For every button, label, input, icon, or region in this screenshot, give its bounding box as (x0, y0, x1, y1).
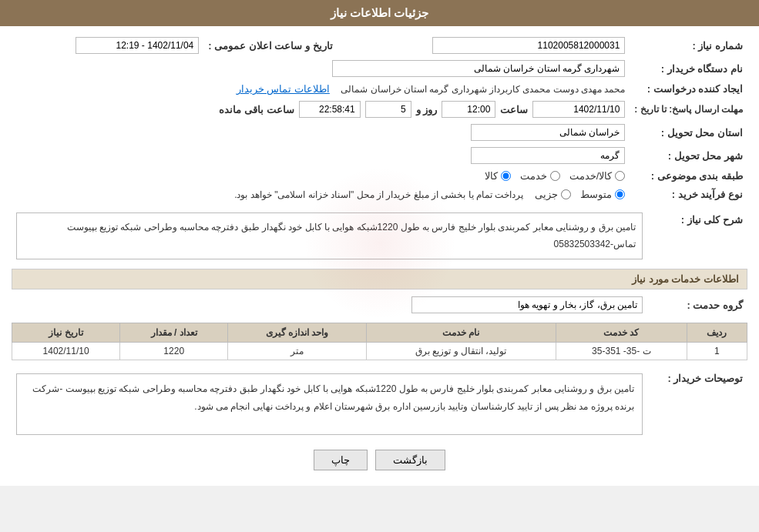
cell-name: تولید، انتقال و توزیع برق (366, 343, 556, 360)
deadline-label: مهلت ارسال پاسخ: تا تاریخ : (630, 98, 747, 121)
col-qty: تعداد / مقدار (120, 323, 228, 343)
process-row: متوسط جزیی پرداخت تمام یا بخشی از مبلغ خ… (12, 185, 630, 203)
buyer-org-input (332, 60, 625, 77)
need-number-input[interactable] (432, 37, 625, 54)
category-options: کالا/خدمت خدمت کالا (12, 167, 630, 185)
buyer-org-value (12, 57, 630, 80)
category-radio-kala-khedmat[interactable]: کالا/خدمت (569, 170, 626, 182)
creator-row: محمد مهدی دوست محمدی کاربرداز شهرداری گر… (12, 80, 630, 98)
col-unit: واحد اندازه گیری (228, 323, 366, 343)
buyer-desc-box: تامین برق و روشنایی معابر کمربندی بلوار … (16, 373, 643, 435)
announcement-label: تاریخ و ساعت اعلان عمومی : (203, 34, 337, 57)
table-row: 1 ت -35- 351-35 تولید، انتقال و توزیع بر… (12, 343, 747, 360)
cell-unit: متر (228, 343, 366, 360)
need-desc-content: تامین برق و روشنایی معابر کمربندی بلوار … (12, 209, 647, 263)
cell-code: ت -35- 351-35 (556, 343, 687, 360)
category-radio-kala[interactable]: کالا (485, 170, 511, 182)
services-table: ردیف کد خدمت نام خدمت واحد اندازه گیری ت… (12, 323, 747, 360)
deadline-date-input (532, 101, 625, 118)
print-button[interactable]: چاپ (314, 450, 368, 470)
need-desc-label: شرح کلی نیاز : (647, 209, 747, 263)
buyer-desc-section: توصیحات خریدار : تامین برق و روشنایی معا… (12, 368, 747, 438)
process-label: نوع فرآیند خرید : (630, 185, 747, 203)
deadline-days-input (365, 101, 411, 118)
need-desc-box: تامین برق و روشنایی معابر کمربندی بلوار … (16, 212, 643, 259)
services-section-title: اطلاعات خدمات مورد نیاز (12, 269, 747, 289)
button-row: بازگشت چاپ (12, 450, 747, 470)
announcement-input (76, 37, 199, 54)
service-group-input (411, 296, 643, 313)
province-input (471, 124, 625, 141)
deadline-row: ساعت روز و ساعت باقی مانده (12, 98, 630, 121)
buyer-desc-label: توصیحات خریدار : (647, 368, 747, 438)
deadline-time-input (442, 101, 495, 118)
buyer-org-label: نام دستگاه خریدار : (630, 57, 747, 80)
creator-label: ایجاد کننده درخواست : (630, 80, 747, 98)
deadline-time-label: ساعت (500, 104, 528, 115)
service-group-label: گروه حدمت : (647, 293, 747, 316)
creator-value: محمد مهدی دوست محمدی کاربرداز شهرداری گر… (341, 84, 625, 95)
announcement-value (12, 34, 203, 57)
province-value (12, 121, 630, 144)
deadline-remaining-input (299, 101, 361, 118)
page-title: جزئیات اطلاعات نیاز (0, 0, 759, 26)
col-date: تاریخ نیاز (12, 323, 120, 343)
city-input (471, 147, 625, 164)
contact-link[interactable]: اطلاعات تماس خریدار (237, 83, 330, 95)
process-radio-jozyi[interactable]: جزیی (535, 189, 571, 200)
col-row: ردیف (687, 323, 747, 343)
cell-row: 1 (687, 343, 747, 360)
city-label: شهر محل تحویل : (630, 144, 747, 167)
service-group-table: گروه حدمت : (12, 293, 747, 316)
info-table: شماره نیاز : تاریخ و ساعت اعلان عمومی : … (12, 34, 747, 203)
col-code: کد خدمت (556, 323, 687, 343)
cell-date: 1402/11/10 (12, 343, 120, 360)
need-number-label: شماره نیاز : (630, 34, 747, 57)
need-number-value (338, 34, 630, 57)
need-desc-section: شرح کلی نیاز : تامین برق و روشنایی معابر… (12, 209, 747, 263)
service-group-value (12, 293, 647, 316)
deadline-day-label: روز و (416, 104, 438, 115)
process-note: پرداخت تمام یا بخشی از مبلغ خریدار از مح… (234, 189, 523, 200)
cell-qty: 1220 (120, 343, 228, 360)
remaining-label: ساعت باقی مانده (219, 104, 294, 115)
category-label: طبقه بندی موضوعی : (630, 167, 747, 185)
city-value (12, 144, 630, 167)
process-radio-mutawassit[interactable]: متوسط (580, 189, 625, 200)
buyer-desc-content: تامین برق و روشنایی معابر کمربندی بلوار … (12, 368, 647, 438)
col-name: نام خدمت (366, 323, 556, 343)
category-radio-khedmat[interactable]: خدمت (520, 170, 560, 182)
back-button[interactable]: بازگشت (375, 450, 445, 470)
province-label: استان محل تحویل : (630, 121, 747, 144)
